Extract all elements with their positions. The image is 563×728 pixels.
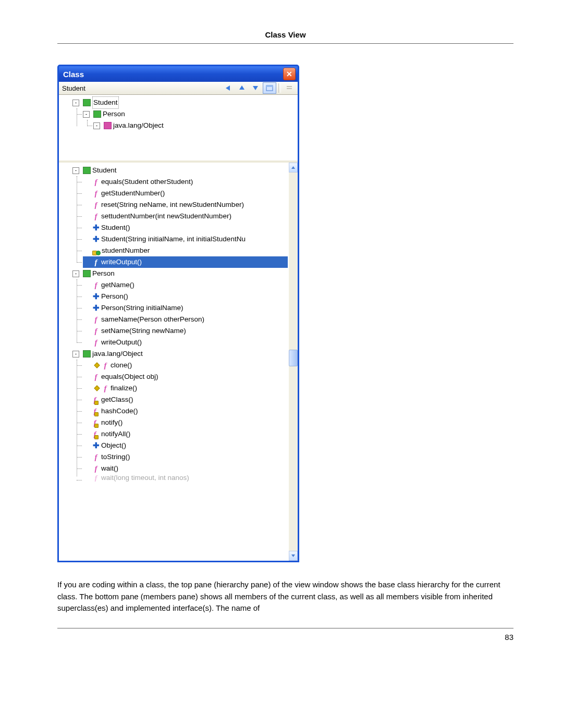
tree-connector xyxy=(83,260,89,265)
class-icon xyxy=(93,110,101,118)
view-mode-button[interactable] xyxy=(263,82,276,94)
close-icon: ✕ xyxy=(286,70,292,78)
hierarchy-pane[interactable]: - Student - Person xyxy=(59,95,298,163)
member-node[interactable]: ✚Person() xyxy=(83,291,288,302)
member-node[interactable]: ✚Student(String initialName, int initial… xyxy=(83,233,288,245)
close-button[interactable]: ✕ xyxy=(283,68,296,80)
member-label: equals(Object obj) xyxy=(101,371,158,382)
titlebar[interactable]: Class ✕ xyxy=(59,66,298,82)
tree-connector xyxy=(83,466,89,472)
member-label: settudentNumber(int newStudentNumber) xyxy=(101,211,231,222)
member-label: wait() xyxy=(101,463,118,474)
collapse-icon[interactable]: - xyxy=(72,100,79,106)
member-label: finalize() xyxy=(111,382,137,394)
arrow-down-icon xyxy=(252,84,259,92)
member-node[interactable]: fsameName(Person otherPerson) xyxy=(83,314,288,325)
method-icon: f xyxy=(92,281,100,289)
member-label: Person xyxy=(92,268,115,279)
chevron-down-icon xyxy=(291,553,296,558)
member-node[interactable]: ✚Student() xyxy=(83,222,288,233)
collapse-icon[interactable]: - xyxy=(72,167,79,174)
collapse-icon[interactable]: - xyxy=(72,351,79,357)
hierarchy-node-object[interactable]: - java.lang/Object xyxy=(93,120,297,131)
member-node[interactable]: fsettudentNumber(int newStudentNumber) xyxy=(83,211,288,222)
final-method-icon: f xyxy=(92,419,100,426)
member-node[interactable]: fsetName(String newName) xyxy=(83,325,288,337)
scroll-track[interactable] xyxy=(289,172,298,551)
member-node[interactable]: fwait() xyxy=(83,463,288,474)
member-node[interactable]: fnotifyAll() xyxy=(83,428,288,440)
member-node[interactable]: ftoString() xyxy=(83,451,288,463)
member-node[interactable]: ✚Object() xyxy=(83,440,288,451)
member-label: hashCode() xyxy=(101,405,138,417)
tree-connector xyxy=(83,214,89,219)
member-node[interactable]: fwait(long timeout, int nanos) xyxy=(83,474,288,482)
window-icon xyxy=(266,85,273,91)
member-node[interactable]: -java.lang/Object xyxy=(72,348,288,360)
nav-up-button[interactable] xyxy=(236,82,248,94)
svg-marker-0 xyxy=(226,85,230,91)
tree-connector xyxy=(83,317,89,323)
member-node[interactable]: fhashCode() xyxy=(83,405,288,417)
final-method-icon: f xyxy=(92,408,100,415)
class-icon xyxy=(83,167,91,174)
menu-button[interactable] xyxy=(283,82,296,94)
collapse-icon[interactable]: - xyxy=(83,111,90,118)
member-node[interactable]: -Student xyxy=(72,165,288,176)
arrow-left-icon xyxy=(224,84,232,92)
member-node[interactable]: fnotify() xyxy=(83,417,288,428)
class-icon xyxy=(83,350,91,357)
toolbar: Student xyxy=(59,82,298,95)
tree-connector xyxy=(83,397,89,403)
svg-marker-8 xyxy=(291,554,295,557)
member-node[interactable]: studentNumber xyxy=(83,245,288,256)
tree-connector xyxy=(83,237,89,242)
member-node[interactable]: fequals(Student otherStudent) xyxy=(83,176,288,188)
constructor-icon: ✚ xyxy=(92,304,100,312)
member-node[interactable]: fwriteOutput() xyxy=(83,337,288,348)
page-number: 83 xyxy=(57,628,513,641)
member-node[interactable]: freset(String neName, int newStudentNumb… xyxy=(83,199,288,211)
method-icon: f xyxy=(102,385,109,392)
member-label: getName() xyxy=(101,279,134,291)
member-label: clone() xyxy=(111,360,132,371)
scroll-up-button[interactable] xyxy=(289,163,298,172)
method-icon: f xyxy=(92,339,100,346)
member-node[interactable]: fgetName() xyxy=(83,279,288,291)
nav-back-button[interactable] xyxy=(222,82,235,94)
svg-marker-2 xyxy=(253,86,258,90)
collapse-icon[interactable]: - xyxy=(93,122,100,129)
member-node[interactable]: ffinalize() xyxy=(83,382,288,394)
nav-down-button[interactable] xyxy=(249,82,262,94)
scroll-down-button[interactable] xyxy=(289,551,298,561)
tree-connector xyxy=(83,454,89,460)
member-label: getStudentNumber() xyxy=(101,188,165,199)
tree-connector xyxy=(83,409,89,414)
menu-icon xyxy=(286,85,292,91)
tree-connector xyxy=(83,202,89,208)
member-node[interactable]: ✚Person(String initialName) xyxy=(83,302,288,314)
member-node[interactable]: fgetStudentNumber() xyxy=(83,188,288,199)
scroll-thumb[interactable] xyxy=(289,350,298,366)
member-label: getClass() xyxy=(101,394,133,405)
member-label: equals(Student otherStudent) xyxy=(101,176,193,188)
hierarchy-node-student[interactable]: - Student xyxy=(72,97,297,108)
scrollbar[interactable] xyxy=(289,163,298,561)
member-label: setName(String newName) xyxy=(101,325,186,337)
key-icon xyxy=(92,362,100,369)
member-node[interactable]: -Person xyxy=(72,268,288,279)
member-node[interactable]: fclone() xyxy=(83,360,288,371)
members-pane[interactable]: -Studentfequals(Student otherStudent)fge… xyxy=(59,163,298,561)
member-label: wait(long timeout, int nanos) xyxy=(101,474,189,482)
tree-connector xyxy=(83,374,89,380)
member-node[interactable]: fwriteOutput() xyxy=(83,256,288,268)
method-icon: f xyxy=(102,362,109,369)
tree-connector xyxy=(83,305,89,311)
class-icon xyxy=(83,270,91,277)
member-node[interactable]: fgetClass() xyxy=(83,394,288,405)
hierarchy-node-person[interactable]: - Person xyxy=(83,108,297,120)
class-icon xyxy=(104,122,112,129)
collapse-icon[interactable]: - xyxy=(72,270,79,277)
member-label: Object() xyxy=(101,440,126,451)
member-node[interactable]: fequals(Object obj) xyxy=(83,371,288,382)
